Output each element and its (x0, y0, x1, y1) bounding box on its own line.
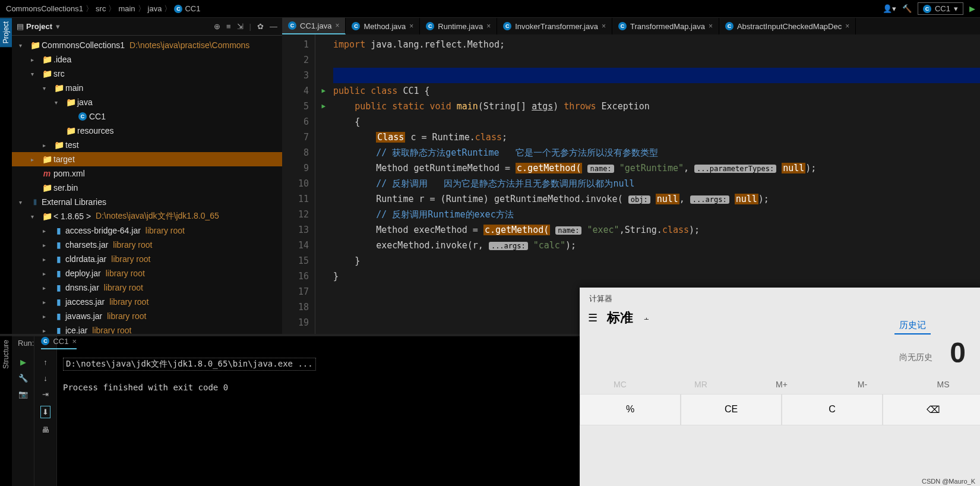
side-tab-structure[interactable]: Structure (0, 336, 12, 373)
editor: CCC1.java×CMethod.java×CRuntime.java×CIn… (282, 18, 980, 334)
history-tab[interactable]: 历史记 (894, 317, 931, 334)
calc-title: 计算器 (580, 288, 980, 307)
tree-item[interactable]: 📁resources (12, 124, 282, 138)
tree-item[interactable]: ▸▮jaccess.jarlibrary root (12, 295, 282, 309)
close-icon[interactable]: × (709, 22, 713, 30)
calc-button-row: %CEC⌫ (580, 394, 980, 425)
close-icon[interactable]: × (486, 22, 491, 30)
pin-icon[interactable]: ⫠ (643, 314, 650, 323)
editor-tabs: CCC1.java×CMethod.java×CRuntime.java×CIn… (282, 18, 980, 34)
history-empty: 尚无历史 (894, 334, 980, 381)
run-icon[interactable]: ▶ (969, 4, 975, 13)
scroll-icon[interactable]: ⬇ (40, 406, 50, 418)
breadcrumb-item[interactable]: java (148, 4, 162, 13)
calc-btn[interactable]: CE (681, 394, 782, 425)
editor-tab[interactable]: CInvokerTransformer.java× (497, 18, 612, 34)
wrap-icon[interactable]: ⇥ (42, 390, 49, 399)
project-title: Project (26, 22, 52, 31)
class-icon: C (174, 5, 182, 13)
wrench-icon[interactable]: 🔧 (18, 374, 28, 383)
tree-item[interactable]: ▾📁main (12, 81, 282, 95)
tree-item[interactable]: CCC1 (12, 109, 282, 124)
tree-item[interactable]: ▾📁CommonsCollections1D:\notes\java\pract… (12, 38, 282, 52)
hide-icon[interactable]: — (270, 22, 277, 31)
calc-mem-btn[interactable]: MR (660, 375, 741, 394)
top-bar: CommonsCollections1〉 src〉 main〉 java〉 C … (0, 0, 980, 18)
tree-item[interactable]: ▸📁test (12, 138, 282, 152)
class-icon: C (41, 337, 49, 345)
gutter: 12345678910111213141516171819 (282, 34, 315, 334)
run-label: Run: (18, 339, 34, 348)
editor-tab[interactable]: CCC1.java× (282, 18, 346, 34)
calc-mem-btn[interactable]: M+ (741, 375, 822, 394)
build-icon[interactable]: 🔨 (902, 4, 912, 13)
run-toolbar-right: ↑ ↓ ⇥ ⬇ 🖶 (34, 336, 57, 486)
tree-item[interactable]: ▸▮charsets.jarlibrary root (12, 238, 282, 252)
collapse-icon[interactable]: ≡ (226, 22, 231, 31)
watermark: CSDN @Mauro_K (922, 478, 975, 485)
tree-item[interactable]: ▾📁src (12, 67, 282, 81)
run-config-combo[interactable]: C CC1 ▾ (918, 2, 963, 15)
tree-item[interactable]: ▸📁target (12, 152, 282, 166)
close-icon[interactable]: × (335, 21, 339, 30)
breadcrumb-item[interactable]: CC1 (185, 4, 200, 13)
tree-item[interactable]: ▸▮jce.jarlibrary root (12, 323, 282, 334)
close-icon[interactable]: × (409, 22, 413, 30)
project-panel: ▤ Project ▾ ⊕ ≡ ⇲ | ✿ — ▾📁CommonsCollect… (12, 18, 282, 334)
close-icon[interactable]: × (602, 22, 606, 30)
run-tab-label[interactable]: CC1 (53, 337, 68, 346)
breadcrumb-item[interactable]: main (118, 4, 135, 13)
class-icon: C (923, 5, 931, 13)
close-icon[interactable]: × (845, 22, 849, 30)
camera-icon[interactable]: 📷 (18, 390, 28, 399)
tree-item[interactable]: ▸▮dnsns.jarlibrary root (12, 280, 282, 295)
breadcrumb[interactable]: CommonsCollections1〉 src〉 main〉 java〉 C … (0, 4, 200, 14)
editor-tab[interactable]: CMethod.java× (346, 18, 420, 34)
calc-mode-label: 标准 (607, 309, 633, 327)
breadcrumb-item[interactable]: CommonsCollections1 (6, 4, 83, 13)
tree-item[interactable]: ▸▮javaws.jarlibrary root (12, 309, 282, 323)
editor-tab[interactable]: CTransformedMap.java× (612, 18, 719, 34)
up-icon[interactable]: ↑ (43, 358, 48, 367)
console-command: D:\notes\java\jdk文件\jdk1.8.0_65\bin\java… (63, 358, 316, 371)
expand-icon[interactable]: ⇲ (237, 22, 244, 31)
tree-item[interactable]: mpom.xml (12, 166, 282, 181)
project-icon: ▤ (17, 22, 24, 31)
user-icon[interactable]: 👤▾ (883, 4, 896, 13)
down-icon[interactable]: ↓ (43, 374, 48, 383)
calc-btn[interactable]: C (782, 394, 883, 425)
tree-item[interactable]: ▸▮deploy.jarlibrary root (12, 266, 282, 280)
tree-item[interactable]: ▾📁java (12, 95, 282, 109)
hamburger-icon[interactable]: ☰ (588, 311, 598, 324)
gear-icon[interactable]: ✿ (257, 22, 264, 31)
tree-item[interactable]: ▸▮access-bridge-64.jarlibrary root (12, 223, 282, 238)
run-toolbar-left: ▶ 🔧 📷 (12, 336, 34, 486)
rerun-icon[interactable]: ▶ (20, 358, 26, 367)
calc-mem-btn[interactable]: M- (822, 375, 903, 394)
project-tree[interactable]: ▾📁CommonsCollections1D:\notes\java\pract… (12, 36, 282, 334)
breadcrumb-item[interactable]: src (96, 4, 106, 13)
side-tab-project[interactable]: Project (0, 18, 12, 47)
tree-item[interactable]: ▾⫴External Libraries (12, 195, 282, 209)
tree-item[interactable]: ▸▮cldrdata.jarlibrary root (12, 252, 282, 266)
calc-mem-btn[interactable]: MC (580, 375, 660, 394)
tree-item[interactable]: ▸📁.idea (12, 52, 282, 67)
close-icon[interactable]: × (72, 337, 77, 346)
editor-tab[interactable]: CAbstractInputCheckedMapDec× (719, 18, 856, 34)
tree-item[interactable]: ▾📁< 1.8.65 >D:\notes\java\jdk文件\jdk1.8.0… (12, 209, 282, 223)
calc-btn[interactable]: % (580, 394, 681, 425)
locate-icon[interactable]: ⊕ (214, 22, 220, 31)
calculator-window[interactable]: 计算器 ☰ 标准 ⫠ 0 MCMRM+M-MS %CEC⌫ 历史记 尚无历史 (580, 288, 980, 486)
chevron-down-icon: ▾ (954, 4, 958, 13)
editor-tab[interactable]: CRuntime.java× (420, 18, 497, 34)
chevron-down-icon[interactable]: ▾ (56, 22, 60, 31)
calc-btn[interactable]: ⌫ (883, 394, 980, 425)
print-icon[interactable]: 🖶 (42, 425, 49, 434)
run-config-label: CC1 (935, 4, 950, 13)
tree-item[interactable]: 📁ser.bin (12, 181, 282, 195)
